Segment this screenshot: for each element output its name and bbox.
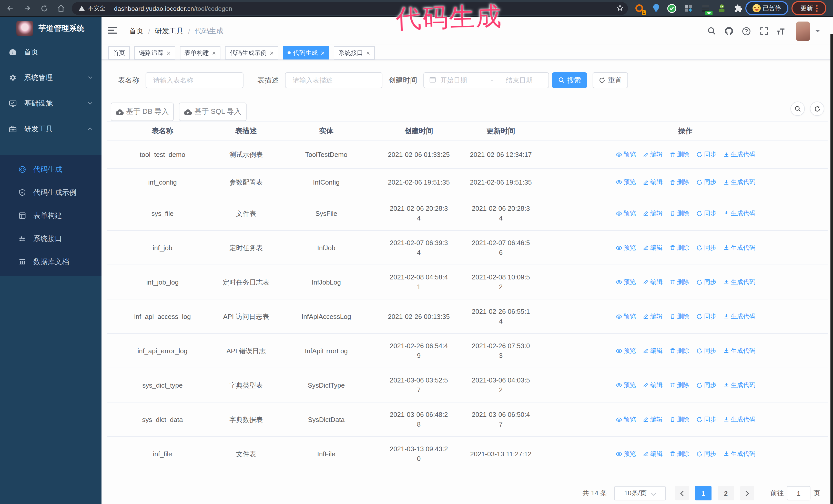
page-size-select[interactable]: 10条/页 [614, 486, 666, 500]
op-eye-link[interactable]: 预览 [615, 380, 636, 390]
op-delete-link[interactable]: 删除 [669, 243, 689, 253]
sidebar-subitem-0[interactable]: 代码生成 [0, 158, 101, 181]
op-download-link[interactable]: 生成代码 [723, 311, 755, 321]
github-icon[interactable] [724, 26, 734, 35]
table-desc-input[interactable]: 请输入表描述 [285, 72, 382, 88]
op-delete-link[interactable]: 删除 [669, 449, 689, 459]
reset-button[interactable]: 重置 [593, 72, 628, 88]
browser-back-icon[interactable] [4, 2, 17, 15]
browser-update-button[interactable]: 更新 [791, 1, 826, 16]
op-eye-link[interactable]: 预览 [615, 177, 636, 187]
sidebar-logo[interactable]: 芋道管理系统 [0, 17, 101, 40]
breadcrumb-home[interactable]: 首页 [129, 26, 144, 35]
tab-2[interactable]: 表单构建× [180, 46, 220, 59]
op-download-link[interactable]: 生成代码 [723, 277, 755, 287]
import-sql-button[interactable]: 基于 SQL 导入 [179, 102, 246, 121]
op-delete-link[interactable]: 删除 [669, 277, 689, 287]
search-button[interactable]: 搜索 [552, 72, 587, 88]
header-search-icon[interactable] [707, 26, 716, 35]
extensions-puzzle-icon[interactable] [733, 3, 744, 14]
op-download-link[interactable]: 生成代码 [723, 449, 755, 459]
goto-page-input[interactable]: 1 [787, 486, 810, 500]
extension-grid-icon[interactable] [683, 3, 694, 14]
op-edit-link[interactable]: 编辑 [643, 449, 663, 459]
import-db-button[interactable]: 基于 DB 导入 [111, 102, 174, 121]
op-sync-link[interactable]: 同步 [696, 209, 716, 218]
op-delete-link[interactable]: 删除 [669, 346, 689, 356]
op-eye-link[interactable]: 预览 [615, 414, 636, 424]
op-download-link[interactable]: 生成代码 [723, 177, 755, 187]
hamburger-icon[interactable] [108, 26, 117, 36]
profile-paused-badge[interactable]: 已暂停 [745, 1, 788, 16]
tab-1[interactable]: 链路追踪× [134, 46, 175, 59]
tab-5[interactable]: 系统接口× [334, 46, 375, 59]
op-delete-link[interactable]: 删除 [669, 209, 689, 218]
op-download-link[interactable]: 生成代码 [723, 414, 755, 424]
sidebar-subitem-2[interactable]: 表单构建 [0, 204, 101, 227]
browser-scrollbar[interactable] [830, 34, 833, 504]
font-size-icon[interactable] [777, 26, 786, 35]
op-edit-link[interactable]: 编辑 [643, 414, 663, 424]
page-2-button[interactable]: 2 [718, 486, 734, 500]
sidebar-subitem-3[interactable]: 系统接口 [0, 227, 101, 250]
op-edit-link[interactable]: 编辑 [643, 209, 663, 218]
op-download-link[interactable]: 生成代码 [723, 209, 755, 218]
op-sync-link[interactable]: 同步 [696, 177, 716, 187]
op-delete-link[interactable]: 删除 [669, 414, 689, 424]
refresh-table-icon[interactable] [810, 101, 824, 116]
tab-close-icon[interactable]: × [167, 49, 170, 56]
tab-close-icon[interactable]: × [270, 49, 273, 56]
op-edit-link[interactable]: 编辑 [643, 380, 663, 390]
op-eye-link[interactable]: 预览 [615, 449, 636, 459]
user-menu[interactable] [796, 21, 820, 41]
op-sync-link[interactable]: 同步 [696, 277, 716, 287]
sidebar-item-0[interactable]: 首页 [0, 40, 101, 65]
prev-page-button[interactable] [675, 486, 689, 500]
sidebar-subitem-4[interactable]: 数据库文档 [0, 250, 101, 273]
op-delete-link[interactable]: 删除 [669, 380, 689, 390]
extension-green-check-icon[interactable] [666, 3, 677, 14]
sidebar-subitem-1[interactable]: 代码生成示例 [0, 181, 101, 204]
tab-3[interactable]: 代码生成示例× [225, 46, 278, 59]
extension-orange-icon[interactable]: 1 [634, 3, 645, 14]
op-edit-link[interactable]: 编辑 [643, 177, 663, 187]
op-download-link[interactable]: 生成代码 [723, 346, 755, 356]
bookmark-star-icon[interactable] [616, 4, 624, 12]
next-page-button[interactable] [740, 486, 754, 500]
fullscreen-icon[interactable] [759, 26, 768, 35]
op-edit-link[interactable]: 编辑 [643, 243, 663, 253]
op-sync-link[interactable]: 同步 [696, 414, 716, 424]
toggle-search-icon[interactable] [790, 101, 805, 116]
op-delete-link[interactable]: 删除 [669, 311, 689, 321]
extension-robot-icon[interactable] [716, 3, 728, 14]
browser-home-icon[interactable] [54, 2, 68, 15]
op-eye-link[interactable]: 预览 [615, 243, 636, 253]
op-eye-link[interactable]: 预览 [615, 209, 636, 218]
date-range-picker[interactable]: 开始日期 - 结束日期 [423, 72, 549, 88]
extension-blue-icon[interactable] [650, 3, 662, 14]
op-sync-link[interactable]: 同步 [696, 311, 716, 321]
op-sync-link[interactable]: 同步 [696, 346, 716, 356]
op-eye-link[interactable]: 预览 [615, 277, 636, 287]
tab-0[interactable]: 首页 [108, 46, 130, 59]
op-download-link[interactable]: 生成代码 [723, 243, 755, 253]
op-edit-link[interactable]: 编辑 [643, 311, 663, 321]
op-delete-link[interactable]: 删除 [669, 177, 689, 187]
op-download-link[interactable]: 生成代码 [723, 380, 755, 390]
browser-reload-icon[interactable] [38, 2, 51, 15]
url-bar[interactable]: 不安全 dashboard.yudao.iocoder.cn/tool/code… [72, 2, 628, 15]
breadcrumb-tools[interactable]: 研发工具 [155, 26, 184, 35]
sidebar-item-1[interactable]: 系统管理 [0, 65, 101, 91]
docs-help-icon[interactable] [742, 26, 751, 35]
op-eye-link[interactable]: 预览 [615, 150, 636, 160]
table-name-input[interactable]: 请输入表名称 [146, 72, 243, 88]
tab-close-icon[interactable]: × [321, 49, 325, 56]
op-eye-link[interactable]: 预览 [615, 346, 636, 356]
extension-proxy-icon[interactable]: on [700, 3, 711, 14]
op-sync-link[interactable]: 同步 [696, 243, 716, 253]
sidebar-item-3[interactable]: 研发工具 [0, 116, 101, 142]
page-1-button[interactable]: 1 [695, 486, 712, 500]
tab-4[interactable]: 代码生成× [283, 46, 329, 59]
op-eye-link[interactable]: 预览 [615, 311, 636, 321]
op-sync-link[interactable]: 同步 [696, 150, 716, 160]
